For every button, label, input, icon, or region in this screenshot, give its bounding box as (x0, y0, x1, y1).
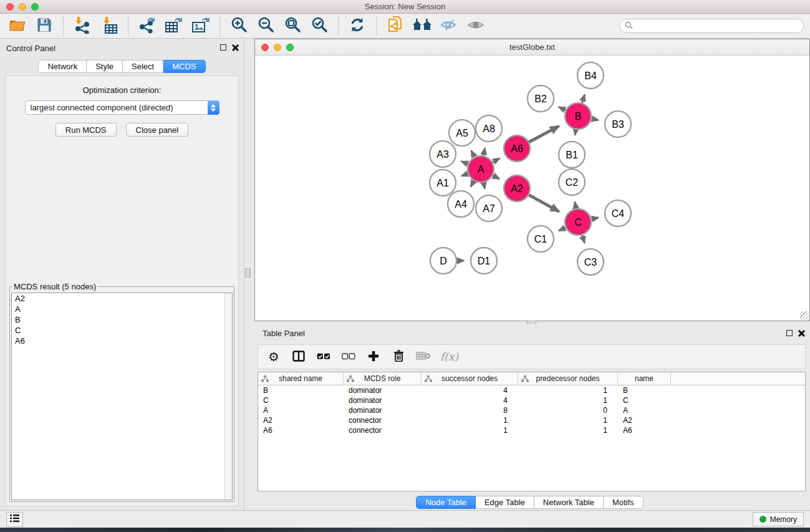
cell-mcds-role-0[interactable]: dominator (344, 385, 422, 395)
edge-B-B4[interactable] (582, 95, 584, 103)
tab-style[interactable]: Style (87, 60, 123, 73)
mcds-result-item-a[interactable]: A (12, 304, 232, 314)
edge-B-B3[interactable] (592, 118, 599, 120)
select-all-columns-button[interactable] (316, 348, 332, 365)
cell-predecessor-nodes-3[interactable]: 1 (518, 415, 618, 425)
graph-node-b2[interactable]: B2 (528, 85, 554, 112)
table-row-c[interactable]: Cdominator41C (258, 395, 805, 405)
export-image-button[interactable] (190, 16, 212, 36)
close-table-panel-icon[interactable] (798, 329, 805, 336)
criterion-dropdown[interactable]: largest connected component (directed) (25, 100, 219, 115)
first-neighbors-button[interactable] (411, 16, 433, 36)
cell-shared-name-0[interactable]: B (258, 385, 344, 395)
tab-network[interactable]: Network (38, 60, 87, 73)
tab-node-table[interactable]: Node Table (416, 496, 476, 509)
hide-selected-button[interactable] (438, 16, 460, 36)
graph-node-c3[interactable]: C3 (577, 249, 604, 275)
tab-network-table[interactable]: Network Table (534, 496, 604, 509)
graph-node-a6[interactable]: A6 (504, 135, 530, 162)
zoom-fit-button[interactable] (281, 16, 304, 36)
edge-A-A4[interactable] (471, 181, 474, 186)
graph-node-b1[interactable]: B1 (559, 142, 585, 168)
cell-successor-nodes-4[interactable]: 1 (422, 425, 518, 435)
edge-C-C2[interactable] (575, 202, 576, 209)
minimize-network-window-button[interactable] (274, 44, 281, 51)
edge-A-A5[interactable] (471, 150, 475, 157)
edge-A-A2[interactable] (493, 175, 499, 179)
edge-B-B2[interactable] (559, 107, 566, 110)
edge-B-B1[interactable] (575, 130, 576, 135)
show-columns-button[interactable] (291, 348, 307, 365)
cell-shared-name-3[interactable]: A2 (258, 415, 344, 425)
cell-shared-name-2[interactable]: A (258, 405, 344, 415)
cell-successor-nodes-2[interactable]: 8 (422, 405, 518, 415)
edge-A2-C[interactable] (529, 195, 559, 211)
network-search[interactable] (619, 19, 804, 33)
table-row-a6[interactable]: A6connector11A6 (258, 425, 805, 435)
close-window-button[interactable] (6, 3, 14, 11)
tab-mcds[interactable]: MCDS (163, 60, 205, 73)
cell-predecessor-nodes-2[interactable]: 0 (518, 405, 618, 415)
column-header-mcds-role[interactable]: MCDS role (344, 372, 422, 385)
cell-name-1[interactable]: C (618, 395, 671, 405)
graph-node-a8[interactable]: A8 (476, 115, 502, 142)
mcds-result-item-a6[interactable]: A6 (12, 336, 232, 346)
window-resize-grip[interactable] (800, 311, 809, 320)
cell-mcds-role-2[interactable]: dominator (344, 405, 422, 415)
close-panel-button[interactable]: Close panel (126, 123, 189, 137)
graph-node-b4[interactable]: B4 (577, 62, 604, 89)
minimize-window-button[interactable] (19, 3, 26, 11)
export-network-button[interactable] (136, 16, 158, 36)
tab-select[interactable]: Select (123, 60, 163, 73)
graph-node-c1[interactable]: C1 (528, 226, 554, 252)
tab-edge-table[interactable]: Edge Table (476, 496, 534, 509)
cell-mcds-role-4[interactable]: connector (344, 425, 422, 435)
zoom-out-button[interactable] (254, 16, 277, 36)
cell-successor-nodes-0[interactable]: 4 (422, 385, 518, 395)
edge-A-A6[interactable] (493, 158, 499, 162)
edge-A-A8[interactable] (483, 148, 485, 155)
table-row-b[interactable]: Bdominator41B (258, 385, 805, 395)
edge-A-A7[interactable] (483, 183, 485, 189)
mcds-result-item-c[interactable]: C (12, 325, 232, 336)
close-panel-icon[interactable] (232, 44, 239, 51)
graph-node-b3[interactable]: B3 (605, 111, 631, 137)
graph-node-a5[interactable]: A5 (449, 120, 475, 146)
cell-name-4[interactable]: A6 (618, 425, 671, 435)
task-history-button[interactable] (6, 512, 23, 527)
graph-node-c2[interactable]: C2 (559, 169, 585, 195)
save-session-button[interactable] (33, 16, 55, 36)
edge-C-C3[interactable] (582, 235, 585, 243)
cell-successor-nodes-3[interactable]: 1 (422, 415, 518, 425)
import-network-button[interactable] (71, 16, 94, 36)
run-mcds-button[interactable]: Run MCDS (55, 123, 117, 137)
new-network-from-selection-button[interactable] (384, 16, 407, 36)
cell-name-2[interactable]: A (618, 405, 671, 415)
memory-button[interactable]: Memory (753, 512, 804, 526)
table-row-a2[interactable]: A2connector11A2 (258, 415, 805, 425)
graph-node-d[interactable]: D (430, 248, 456, 274)
cell-predecessor-nodes-1[interactable]: 1 (518, 395, 618, 405)
cell-predecessor-nodes-4[interactable]: 1 (518, 425, 618, 435)
column-header-shared-name[interactable]: shared name (258, 372, 344, 385)
function-builder-button[interactable]: f(x) (440, 348, 458, 365)
network-canvas[interactable]: B4B2BB3A5A8A6A3B1AA1C2A2A4A7CC1C4C3DD1 (255, 56, 809, 321)
edge-A6-B[interactable] (529, 126, 559, 142)
cell-predecessor-nodes-0[interactable]: 1 (518, 385, 618, 395)
close-network-window-button[interactable] (261, 44, 269, 51)
destroy-table-button[interactable] (415, 348, 432, 365)
open-file-button[interactable] (6, 16, 29, 36)
zoom-in-button[interactable] (228, 16, 250, 36)
graph-node-a1[interactable]: A1 (430, 170, 456, 196)
graph-node-d1[interactable]: D1 (471, 248, 497, 274)
zoom-window-button[interactable] (31, 3, 39, 11)
cell-name-3[interactable]: A2 (618, 415, 671, 425)
float-table-panel-icon[interactable] (786, 330, 793, 336)
import-table-button[interactable] (98, 16, 120, 36)
cell-successor-nodes-1[interactable]: 4 (422, 395, 518, 405)
zoom-network-window-button[interactable] (286, 44, 294, 51)
mcds-result-item-a2[interactable]: A2 (12, 293, 232, 304)
graph-node-a7[interactable]: A7 (476, 195, 502, 221)
unselect-all-columns-button[interactable] (340, 348, 357, 365)
vertical-splitter-handle[interactable] (245, 268, 251, 278)
